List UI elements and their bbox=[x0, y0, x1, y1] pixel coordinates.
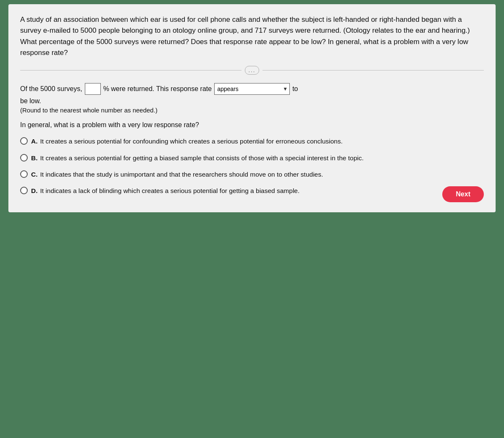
fill-suffix-1: % were returned. This response rate bbox=[103, 82, 212, 96]
answer-section: Of the 5000 surveys, % were returned. Th… bbox=[20, 82, 484, 196]
to-text: to bbox=[292, 82, 298, 96]
fill-line: Of the 5000 surveys, % were returned. Th… bbox=[20, 82, 484, 96]
option-content-c: C. It indicates that the study is unimpo… bbox=[31, 169, 323, 179]
option-letter-a: A. bbox=[31, 136, 38, 146]
fill-prefix: Of the 5000 surveys, bbox=[20, 82, 82, 96]
option-item-c: C. It indicates that the study is unimpo… bbox=[20, 169, 484, 179]
option-radio-b-container[interactable] bbox=[20, 154, 28, 162]
option-radio-d-container[interactable] bbox=[20, 187, 28, 194]
option-radio-c-container[interactable] bbox=[20, 170, 28, 178]
response-rate-dropdown-container[interactable]: appears does not appear ▼ bbox=[214, 83, 290, 95]
next-button-container: Next bbox=[442, 186, 484, 202]
dots-badge: ... bbox=[245, 66, 260, 75]
option-radio-a-container[interactable] bbox=[20, 137, 28, 145]
options-list: A. It creates a serious potential for co… bbox=[20, 136, 484, 196]
option-text-b: It creates a serious potential for getti… bbox=[40, 153, 364, 163]
response-rate-dropdown[interactable]: appears does not appear bbox=[215, 83, 289, 94]
option-content-a: A. It creates a serious potential for co… bbox=[31, 136, 343, 146]
option-letter-d: D. bbox=[31, 186, 38, 196]
in-general-question: In general, what is a problem with a ver… bbox=[20, 121, 484, 129]
divider-dots: ... bbox=[20, 66, 484, 75]
main-container: A study of an association between which … bbox=[8, 4, 496, 212]
percentage-input[interactable] bbox=[85, 85, 100, 96]
option-item-b: B. It creates a serious potential for ge… bbox=[20, 153, 484, 163]
next-button[interactable]: Next bbox=[442, 186, 484, 202]
option-content-d: D. It indicates a lack of blinding which… bbox=[31, 186, 299, 196]
option-letter-c: C. bbox=[31, 169, 38, 179]
radio-button-c[interactable] bbox=[20, 170, 28, 178]
radio-button-d[interactable] bbox=[20, 187, 28, 194]
option-text-d: It indicates a lack of blinding which cr… bbox=[40, 186, 300, 196]
be-low-text: be low. bbox=[20, 97, 484, 105]
round-note: (Round to the nearest whole number as ne… bbox=[20, 107, 484, 114]
question-text: A study of an association between which … bbox=[20, 14, 484, 58]
option-text-a: It creates a serious potential for confo… bbox=[40, 136, 343, 146]
percentage-input-box[interactable] bbox=[85, 83, 101, 95]
radio-button-a[interactable] bbox=[20, 137, 28, 145]
option-text-c: It indicates that the study is unimporta… bbox=[40, 169, 323, 179]
option-content-b: B. It creates a serious potential for ge… bbox=[31, 153, 364, 163]
radio-button-b[interactable] bbox=[20, 154, 28, 162]
option-item-d: D. It indicates a lack of blinding which… bbox=[20, 186, 484, 196]
option-letter-b: B. bbox=[31, 153, 38, 163]
option-item-a: A. It creates a serious potential for co… bbox=[20, 136, 484, 146]
